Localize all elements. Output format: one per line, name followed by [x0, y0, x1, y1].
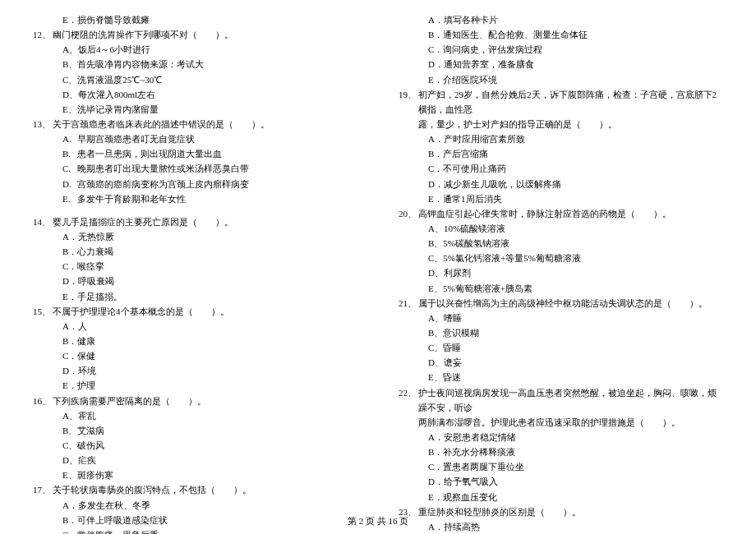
q14-option-e: E．手足搐搦。 — [33, 289, 357, 304]
question-text: 幽门梗阻的洗胃操作下列哪项不对（ ）。 — [53, 27, 357, 42]
q19-continue: 露，量少，护士对产妇的指导正确的是（ ）。 — [399, 117, 723, 131]
q12-option-c: C、洗胃液温度25℃~30℃ — [33, 72, 357, 87]
q14-option-d: D．呼吸衰竭 — [33, 274, 357, 288]
q14: 14、婴儿手足搐搦症的主要死亡原因是（ ）。 — [33, 214, 357, 229]
q13-option-a: A.早期宫颈癌患者叮无自觉症状 — [33, 131, 357, 146]
q17: 17、关于轮状病毒肠炎的腹泻特点，不包括（ ）。 — [33, 482, 357, 497]
option-text: 损伤脊髓导致截瘫 — [77, 12, 150, 27]
q12-option-d: D、每次灌入800ml左右 — [33, 87, 357, 102]
q20-option-d: D、利尿剂 — [399, 265, 723, 280]
q19: 19、初产妇，29岁，自然分娩后2天，诉下腹部阵痛，检查：子宫硬，宫底脐下2横指… — [399, 87, 723, 117]
q15: 15、不属于护理理论4个基本概念的是（ ）。 — [33, 304, 357, 319]
q21-option-b: B、意识模糊 — [399, 325, 723, 340]
q15-option-a: A．人 — [33, 319, 357, 334]
q13-option-e: E.多发牛于育龄期和老年女性 — [33, 191, 357, 206]
q20-option-b: B、5%碳酸氢钠溶液 — [399, 236, 723, 251]
q19-option-e: E．通常1周后消失 — [399, 191, 723, 206]
q18-option-a: A．填写各种卡片 — [399, 12, 723, 27]
q20-option-e: E、5%葡萄糖溶液+胰岛素 — [399, 281, 723, 296]
page-footer: 第 2 页 共 16 页 — [0, 515, 756, 527]
q13-option-c: C.晚期患者叮出现大量脓性或米汤样恶臭白带 — [33, 161, 357, 176]
q20: 20、高钾血症引起心律失常时，静脉注射应首选的药物是（ ）。 — [399, 206, 723, 221]
q16-option-b: B、艾滋病 — [33, 423, 357, 438]
q19-option-b: B．产后宫缩痛 — [399, 146, 723, 161]
q17-option-c: C．常伴腹痛、里急后重 — [33, 527, 357, 534]
q21-option-e: E、昏迷 — [399, 370, 723, 384]
right-column: A．填写各种卡片 B．通知医生、配合抢救、测量生命体征 C．询问病史，评估发病过… — [399, 12, 723, 534]
q15-option-b: B．健康 — [33, 334, 357, 348]
q22-continue: 两肺满布湿啰音。护理此患者应迅速采取的护理措施是（ ）。 — [399, 415, 723, 430]
q15-option-d: D．环境 — [33, 363, 357, 378]
q18-option-c: C．询问病史，评估发病过程 — [399, 42, 723, 57]
q21-option-c: C、昏睡 — [399, 340, 723, 355]
q22-option-a: A．安慰患者稳定情绪 — [399, 430, 723, 444]
q14-option-b: B．心力衰竭 — [33, 244, 357, 259]
q22-option-c: C．置患者两腿下垂位坐 — [399, 459, 723, 474]
q18-option-d: D．通知营养室，准备膳食 — [399, 57, 723, 71]
q16-option-c: C、破伤风 — [33, 438, 357, 453]
q19-option-c: C．不可使用止痛药 — [399, 161, 723, 176]
q18-option-b: B．通知医生、配合抢救、测量生命体征 — [399, 27, 723, 42]
q19-option-a: A．产时应用缩宫素所致 — [399, 131, 723, 146]
q22-option-d: D．给予氧气吸入 — [399, 474, 723, 489]
q15-option-c: C．保健 — [33, 348, 357, 363]
q21: 21、属于以兴奋性增高为主的高级神经中枢功能活动失调状态的是（ ）。 — [399, 296, 723, 311]
q13-option-b: B.患者一旦患病，则出现阴道大量出血 — [33, 146, 357, 161]
q12: 12、幽门梗阻的洗胃操作下列哪项不对（ ）。 — [33, 27, 357, 42]
q16-option-e: E、斑疹伤寒 — [33, 467, 357, 482]
q22: 22、护士夜间巡视病房发现一高血压患者突然憋醒，被迫坐起，胸闷、咳嗽，烦躁不安，… — [399, 385, 723, 415]
q13: 13、关于宫颈癌患者临床表此的描述中错误的是（ ）。 — [33, 117, 357, 131]
q20-option-c: C、5%氯化钙溶液+等量5%葡萄糖溶液 — [399, 251, 723, 265]
left-column: E．损伤脊髓导致截瘫 12、幽门梗阻的洗胃操作下列哪项不对（ ）。 A、饭后4～… — [33, 12, 357, 534]
q22-option-e: E．观察血压变化 — [399, 490, 723, 504]
q21-option-a: A、嗜睡 — [399, 311, 723, 325]
q14-option-c: C．喉痉挛 — [33, 259, 357, 274]
q16-option-a: A、霍乱 — [33, 408, 357, 423]
q11-option-e: E．损伤脊髓导致截瘫 — [33, 12, 357, 27]
q15-option-e: E．护理 — [33, 378, 357, 393]
q12-option-e: E、洗毕记录胃内潴留量 — [33, 102, 357, 117]
q19-option-d: D．减少新生儿吸吮，以缓解疼痛 — [399, 177, 723, 191]
q13-option-d: D.宫颈癌的癌前病变称为宫颈上皮内瘤样病变 — [33, 177, 357, 191]
q16-option-d: D、疟疾 — [33, 453, 357, 467]
q18-option-e: E．介绍医院环境 — [399, 72, 723, 87]
q17-option-a: A．多发生在秋、冬季 — [33, 498, 357, 513]
q16: 16、下列疾病需要严密隔离的是（ ）。 — [33, 394, 357, 408]
option-letter: E． — [62, 12, 77, 27]
q12-option-a: A、饭后4～6小时进行 — [33, 42, 357, 57]
q22-option-b: B．补充水分稀释痰液 — [399, 444, 723, 459]
q12-option-b: B、首先吸净胃内容物来源：考试大 — [33, 57, 357, 71]
q20-option-a: A、10%硫酸镁溶液 — [399, 221, 723, 236]
q14-option-a: A．无热惊厥 — [33, 229, 357, 244]
question-number: 12、 — [33, 27, 53, 42]
q21-option-d: D、谵妄 — [399, 355, 723, 370]
page-columns: E．损伤脊髓导致截瘫 12、幽门梗阻的洗胃操作下列哪项不对（ ）。 A、饭后4～… — [33, 12, 723, 534]
